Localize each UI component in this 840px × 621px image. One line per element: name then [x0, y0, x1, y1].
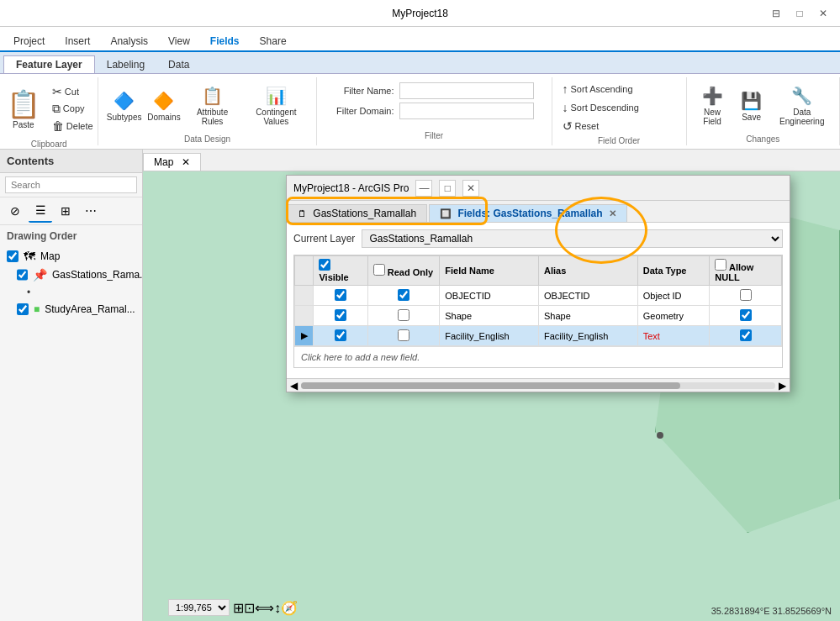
- save-button[interactable]: 💾 Save: [735, 89, 769, 124]
- changes-label: Changes: [746, 133, 779, 144]
- sort-descending-button[interactable]: ↓ Sort Descending: [559, 99, 642, 116]
- map-visibility-checkbox[interactable]: [7, 250, 18, 262]
- tab-analysis[interactable]: Analysis: [100, 32, 158, 50]
- col-datatype: Data Type: [637, 256, 710, 286]
- sidebar-item-studyarea[interactable]: ■ StudyArea_Ramal...: [0, 301, 142, 318]
- dialog-maximize-button[interactable]: □: [439, 180, 456, 197]
- scroll-right-arrow[interactable]: ▶: [779, 380, 786, 392]
- data-engineering-button[interactable]: 🔧 Data Engineering: [772, 84, 832, 128]
- scroll-left-arrow[interactable]: ◀: [290, 380, 298, 392]
- contingent-values-label: Contingent Values: [246, 108, 305, 126]
- filter-name-input[interactable]: [399, 82, 534, 99]
- sidebar-title: Contents: [7, 155, 54, 167]
- changes-content: ➕ New Field 💾 Save 🔧 Data Engineering: [694, 79, 832, 133]
- attribute-rules-button[interactable]: 📋 Attribute Rules: [185, 84, 240, 128]
- subtypes-button[interactable]: 🔷 Subtypes: [105, 89, 142, 124]
- studyarea-label: StudyArea_Ramal...: [45, 303, 135, 315]
- tab-project[interactable]: Project: [3, 32, 55, 50]
- sidebar-filter-tool[interactable]: ⊘: [3, 199, 27, 223]
- dialog-tab-close[interactable]: ✕: [609, 208, 616, 218]
- new-field-icon: ➕: [702, 86, 723, 106]
- cut-button[interactable]: ✂ Cut: [49, 83, 97, 100]
- minimize-button[interactable]: ⊟: [766, 3, 786, 24]
- domains-label: Domains: [147, 113, 180, 122]
- row1-allownull-checkbox[interactable]: [740, 289, 752, 301]
- fields-table-body: OBJECTID OBJECTID Object ID: [295, 286, 782, 346]
- context-tab-data[interactable]: Data: [156, 56, 201, 73]
- contingent-values-button[interactable]: 📊 Contingent Values: [243, 84, 309, 128]
- tab-share[interactable]: Share: [250, 32, 297, 50]
- tab-fields[interactable]: Fields: [200, 32, 250, 52]
- reset-button[interactable]: ↺ Reset: [559, 118, 603, 134]
- studyarea-visibility-checkbox[interactable]: [17, 303, 29, 315]
- dialog-tab-fields[interactable]: 🔲 Fields: GasStations_Ramallah ✕: [429, 204, 627, 222]
- delete-button[interactable]: 🗑 Delete: [49, 118, 97, 134]
- cell-fieldname-1: OBJECTID: [440, 286, 539, 306]
- sidebar-grid-tool[interactable]: ⊞: [54, 199, 77, 223]
- sidebar-item-map[interactable]: 🗺 Map: [0, 247, 142, 266]
- row3-allownull-checkbox[interactable]: [740, 329, 752, 341]
- data-design-label: Data Design: [184, 133, 230, 144]
- gasstations-label: GasStations_Rama...: [52, 269, 148, 281]
- row1-readonly-checkbox[interactable]: [398, 289, 409, 301]
- context-tab-feature-layer[interactable]: Feature Layer: [3, 55, 95, 73]
- table-row[interactable]: ▶ Facility_English Facility_English: [295, 326, 782, 346]
- scrollbar-thumb[interactable]: [301, 382, 680, 389]
- map-icon: 🗺: [24, 250, 35, 263]
- context-tab-labeling[interactable]: Labeling: [95, 56, 156, 73]
- gasstations-visibility-checkbox[interactable]: [17, 269, 28, 281]
- new-field-button[interactable]: ➕ New Field: [694, 84, 732, 128]
- row2-visible-checkbox[interactable]: [335, 309, 346, 321]
- add-field-row[interactable]: Click here to add a new field.: [294, 346, 782, 367]
- dialog-title-bar: MyProject18 - ArcGIS Pro — □ ✕: [287, 176, 790, 201]
- table-row[interactable]: Shape Shape Geometry: [295, 306, 782, 326]
- data-engineering-icon: 🔧: [791, 86, 812, 106]
- cell-allownull-1: [710, 286, 782, 306]
- main-area: Contents ⊘ ☰ ⊞ ⋯ Drawing Order 🗺 Map 📌 G…: [0, 150, 840, 621]
- map-label: Map: [40, 250, 60, 262]
- current-layer-select[interactable]: GasStations_Ramallah: [362, 229, 783, 248]
- filter-name-row: Filter Name:: [327, 82, 542, 99]
- row3-readonly-checkbox[interactable]: [398, 329, 409, 341]
- filter-domain-input[interactable]: [399, 103, 534, 119]
- row2-allownull-checkbox[interactable]: [740, 309, 752, 321]
- sort-ascending-button[interactable]: ↑ Sort Ascending: [559, 81, 637, 97]
- tab-view[interactable]: View: [158, 32, 200, 50]
- scrollbar-track[interactable]: [301, 382, 775, 389]
- table-row[interactable]: OBJECTID OBJECTID Object ID: [295, 286, 782, 306]
- map-area[interactable]: Map ✕ 1:99,765 ⊞⊡⟺↕🧭 35.2831894°E 31.852…: [143, 150, 840, 621]
- sidebar-header: Contents: [0, 150, 142, 173]
- filter-domain-row: Filter Domain:: [327, 103, 542, 119]
- sort-descending-icon: ↓: [563, 101, 568, 114]
- allownull-header-checkbox[interactable]: [715, 259, 726, 271]
- sidebar-list-tool[interactable]: ☰: [29, 199, 52, 223]
- domains-button[interactable]: 🔶 Domains: [146, 89, 182, 124]
- dialog-minimize-button[interactable]: —: [415, 180, 432, 197]
- data-design-group: 🔷 Subtypes 🔶 Domains 📋 Attribute Rules 📊…: [98, 77, 316, 145]
- visible-header-checkbox[interactable]: [319, 259, 330, 271]
- col-fieldname: Field Name: [440, 256, 539, 286]
- copy-button[interactable]: ⧉ Copy: [49, 100, 97, 118]
- current-layer-label: Current Layer: [293, 233, 355, 245]
- fields-table: Visible Read Only Field Name Alias Data …: [294, 255, 782, 346]
- ribbon-tabs: Project Insert Analysis View Fields Shar…: [0, 27, 840, 52]
- maximize-button[interactable]: □: [790, 3, 810, 24]
- dialog-tab-gasstations[interactable]: 🗒 GasStations_Ramallah: [287, 204, 427, 222]
- search-input[interactable]: [5, 176, 137, 193]
- cell-alias-3: Facility_English: [539, 326, 638, 346]
- sidebar-more-tool[interactable]: ⋯: [79, 199, 103, 223]
- col-readonly: Read Only: [367, 256, 440, 286]
- sort-ascending-label: Sort Ascending: [571, 84, 633, 94]
- tab-insert[interactable]: Insert: [55, 32, 100, 50]
- row1-visible-checkbox[interactable]: [335, 289, 346, 301]
- readonly-header-checkbox[interactable]: [373, 264, 385, 276]
- paste-button[interactable]: 📋 Paste: [2, 79, 45, 138]
- sidebar: Contents ⊘ ☰ ⊞ ⋯ Drawing Order 🗺 Map 📌 G…: [0, 150, 143, 621]
- filter-label: Filter: [327, 131, 542, 140]
- row2-readonly-checkbox[interactable]: [398, 309, 409, 321]
- dialog-close-button[interactable]: ✕: [462, 180, 479, 197]
- row3-visible-checkbox[interactable]: [335, 329, 346, 341]
- close-button[interactable]: ✕: [813, 3, 833, 24]
- dialog-scrollbar[interactable]: ◀ ▶: [287, 378, 790, 392]
- sidebar-item-gasstations[interactable]: 📌 GasStations_Rama...: [0, 266, 142, 284]
